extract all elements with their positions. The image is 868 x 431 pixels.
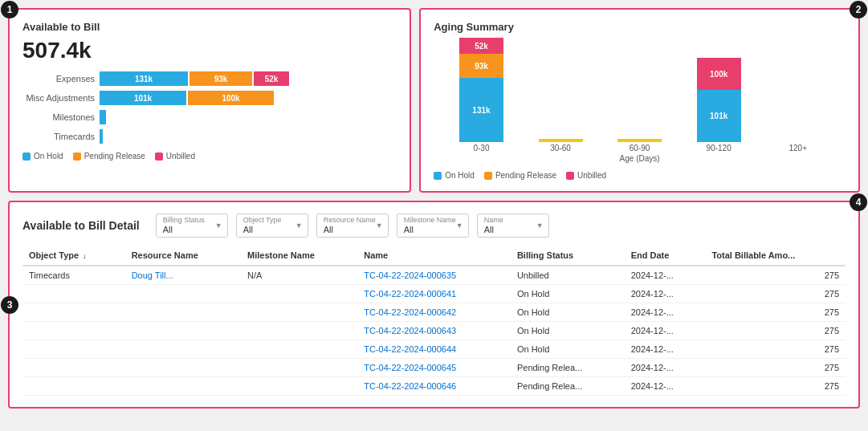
detail-table: Object Type ↓ Resource Name Milestone Na…: [22, 246, 846, 396]
cell-name[interactable]: TC-04-22-2024-000643: [357, 322, 511, 340]
available-to-bill-card: 1 Available to Bill 507.4k Expenses 131k…: [8, 8, 411, 193]
aging-summary-card: 2 Aging Summary 131k 93k 52k: [419, 8, 860, 193]
chevron-down-icon-2: ▼: [295, 222, 303, 230]
sort-icon-object-type: ↓: [83, 252, 87, 260]
chevron-down-icon-5: ▼: [536, 222, 544, 230]
cell-billing-status: On Hold: [511, 303, 625, 322]
aging-axis-label: Age (Days): [434, 154, 846, 163]
bar-label-misc: Misc Adjustments: [22, 93, 95, 103]
aging-seg-0-30-blue: 131k: [459, 78, 503, 142]
cell-object-type: [22, 340, 125, 359]
bar-segments-misc: 101k 100k: [100, 91, 274, 105]
bar-row-milestones: Milestones: [22, 110, 397, 124]
cell-name[interactable]: TC-04-22-2024-000635: [357, 266, 511, 285]
table-row: TC-04-22-2024-000643 On Hold 2024-12-...…: [22, 322, 846, 340]
detail-title: Available to Bill Detail: [22, 219, 140, 232]
aging-seg-30-60-yellow: [539, 139, 583, 142]
cell-milestone-name: [241, 359, 357, 377]
cell-end-date: 2024-12-...: [625, 359, 706, 377]
filter-resource-name[interactable]: Resource Name All ▼: [316, 213, 389, 238]
cell-total-billable: 275: [705, 377, 846, 396]
legend-pending-release: Pending Release: [73, 152, 145, 161]
cell-end-date: 2024-12-...: [625, 340, 706, 359]
cell-resource-name: [125, 340, 241, 359]
cell-resource-name[interactable]: Doug Till...: [125, 266, 241, 285]
aging-legend-on-hold: On Hold: [434, 171, 475, 180]
cell-name[interactable]: TC-04-22-2024-000645: [357, 359, 511, 377]
cell-total-billable: 275: [705, 322, 846, 340]
cell-billing-status: Pending Relea...: [511, 359, 625, 377]
chevron-down-icon: ▼: [215, 222, 222, 230]
cell-object-type: [22, 359, 125, 377]
aging-title: Aging Summary: [434, 21, 846, 33]
filter-object-type-label: Object Type: [243, 216, 282, 224]
cell-milestone-name: [241, 340, 357, 359]
aging-legend-pending: Pending Release: [484, 171, 556, 180]
aging-legend-label-on-hold: On Hold: [445, 171, 475, 180]
aging-x-30-60: 30-60: [521, 144, 601, 152]
aging-legend-unbilled: Unbilled: [566, 171, 606, 180]
filter-name[interactable]: Name All ▼: [477, 213, 549, 238]
cell-total-billable: 275: [705, 359, 846, 377]
table-body: Timecards Doug Till... N/A TC-04-22-2024…: [22, 266, 846, 396]
seg-misc-blue: 101k: [100, 91, 186, 105]
cell-name[interactable]: TC-04-22-2024-000646: [357, 377, 511, 396]
available-total: 507.4k: [22, 38, 397, 63]
cell-resource-name: [125, 285, 241, 303]
cell-total-billable: 275: [705, 340, 846, 359]
cell-milestone-name: N/A: [241, 266, 357, 285]
aging-seg-90-120-red: 100k: [697, 58, 741, 90]
aging-seg-0-30-orange: 93k: [459, 54, 503, 78]
badge-3: 3: [1, 296, 18, 314]
cell-object-type: Timecards: [22, 266, 125, 285]
aging-x-0-30: 0-30: [442, 144, 521, 152]
legend-dot-unbilled: [155, 152, 163, 161]
chevron-down-icon-3: ▼: [376, 222, 383, 230]
cell-name[interactable]: TC-04-22-2024-000642: [357, 303, 511, 322]
filter-milestone-name-label: Milestone Name: [404, 216, 456, 224]
col-object-type: Object Type ↓: [22, 246, 125, 266]
filter-milestone-name[interactable]: Milestone Name All ▼: [397, 213, 469, 238]
cell-name[interactable]: TC-04-22-2024-000644: [357, 340, 511, 359]
cell-billing-status: On Hold: [511, 340, 625, 359]
table-row: TC-04-22-2024-000646 Pending Relea... 20…: [22, 377, 846, 396]
badge-2: 2: [850, 1, 867, 18]
col-billing-status: Billing Status: [511, 246, 625, 266]
legend-on-hold: On Hold: [22, 152, 63, 161]
aging-seg-0-30-red: 52k: [459, 38, 503, 54]
cell-object-type: [22, 303, 125, 322]
table-row: TC-04-22-2024-000641 On Hold 2024-12-...…: [22, 285, 846, 303]
table-row: TC-04-22-2024-000645 Pending Relea... 20…: [22, 359, 846, 377]
aging-legend-label-unbilled: Unbilled: [577, 171, 606, 180]
available-title: Available to Bill: [22, 21, 397, 33]
col-resource-name: Resource Name: [125, 246, 241, 266]
cell-billing-status: On Hold: [511, 285, 625, 303]
legend-label-unbilled: Unbilled: [166, 152, 195, 161]
cell-object-type: [22, 377, 125, 396]
cell-object-type: [22, 285, 125, 303]
legend-label-pending: Pending Release: [84, 152, 145, 161]
aging-dot-on-hold: [434, 172, 442, 180]
cell-milestone-name: [241, 285, 357, 303]
aging-legend-label-pending: Pending Release: [495, 171, 556, 180]
col-end-date: End Date: [625, 246, 706, 266]
detail-card: 3 4 Available to Bill Detail Billing Sta…: [8, 201, 860, 409]
filter-billing-status-label: Billing Status: [163, 216, 205, 224]
aging-col-120plus: [776, 38, 820, 142]
cell-milestone-name: [241, 322, 357, 340]
aging-x-90-120: 90-120: [679, 144, 759, 152]
legend-unbilled: Unbilled: [155, 152, 195, 161]
cell-total-billable: 275: [705, 285, 846, 303]
col-total-billable: Total Billable Amo...: [705, 246, 846, 266]
available-legend: On Hold Pending Release Unbilled: [22, 152, 397, 161]
aging-x-60-90: 60-90: [600, 144, 679, 152]
cell-resource-name: [125, 359, 241, 377]
cell-milestone-name: [241, 377, 357, 396]
filter-name-label: Name: [484, 216, 503, 224]
aging-seg-60-90-yellow: [617, 139, 662, 142]
filter-billing-status[interactable]: Billing Status All ▼: [156, 213, 228, 238]
cell-milestone-name: [241, 303, 357, 322]
filter-object-type[interactable]: Object Type All ▼: [236, 213, 308, 238]
chevron-down-icon-4: ▼: [456, 222, 463, 230]
cell-name[interactable]: TC-04-22-2024-000641: [357, 285, 511, 303]
